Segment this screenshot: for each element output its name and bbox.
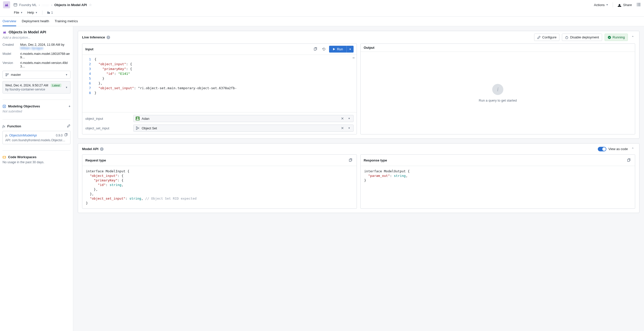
edit-function-button[interactable]	[67, 124, 70, 128]
scissors-icon	[136, 126, 140, 130]
reset-icon[interactable]	[320, 46, 327, 53]
list-menu-icon[interactable]	[636, 2, 641, 8]
function-api-path: API: com.foundryfrontend.models.ObjectsI…	[5, 138, 68, 142]
sidebar: Objects in Model API Add a description..…	[0, 26, 73, 331]
add-objective-button[interactable]: +	[68, 104, 70, 108]
actions-button[interactable]: Actions ▼	[594, 3, 608, 7]
param-label: object_set_input	[85, 126, 133, 130]
running-badge: Running	[605, 34, 628, 41]
share-button[interactable]: Share	[617, 3, 632, 7]
breadcrumb-separator: ›	[51, 3, 52, 7]
tab-deployment-health[interactable]: Deployment health	[22, 17, 49, 26]
chevron-down-icon[interactable]: ▼	[347, 127, 351, 129]
svg-rect-8	[47, 11, 48, 14]
help-menu[interactable]: Help▼	[27, 11, 38, 14]
svg-point-14	[4, 106, 5, 107]
modeling-objectives-section: Modeling Objectives + Not submitted	[3, 100, 70, 113]
content-area: Live Inference i Configure Disable deplo…	[73, 26, 644, 331]
card-title: Model API i	[82, 147, 104, 151]
svg-point-12	[8, 73, 9, 74]
chevron-down-icon[interactable]: ▼	[347, 117, 351, 120]
code-editor[interactable]: — 12345678 { "object_input": { "primaryK…	[82, 55, 357, 112]
output-empty-state: i Run a query to get started	[361, 52, 635, 134]
latest-badge: Latest	[51, 84, 61, 87]
model-icon	[3, 30, 7, 34]
favorite-star-icon[interactable]: ☆	[89, 3, 92, 7]
collapse-icon[interactable]: ⌃	[630, 34, 635, 40]
svg-point-4	[637, 4, 638, 5]
svg-rect-26	[349, 159, 351, 161]
svg-point-23	[137, 117, 138, 119]
model-label: Model	[3, 52, 20, 56]
input-panel: Input Run	[82, 43, 357, 134]
response-code[interactable]: interface ModelOutput { "param_out": str…	[361, 166, 635, 186]
view-as-code-label: View as code	[608, 147, 628, 151]
breadcrumb-middle[interactable]: ········	[42, 3, 49, 7]
run-button[interactable]: Run	[329, 46, 346, 53]
run-options-button[interactable]: ▼	[346, 46, 354, 53]
info-icon[interactable]: i	[107, 36, 110, 39]
svg-point-24	[136, 127, 137, 128]
disable-deployment-button[interactable]: Disable deployment	[562, 34, 602, 41]
version-author: by foundry-container-service	[5, 88, 65, 91]
org-count[interactable]: 1	[47, 11, 53, 14]
breadcrumb-root[interactable]: Foundry ML	[19, 3, 37, 7]
copy-icon[interactable]	[312, 46, 318, 53]
tab-training-metrics[interactable]: Training metrics	[55, 17, 78, 26]
model-api-card: Model API i View as code ⌃ Request type	[78, 143, 639, 213]
svg-rect-7	[638, 6, 640, 6]
function-icon: fx	[3, 124, 5, 128]
divider	[42, 11, 42, 15]
output-title: Output	[364, 46, 632, 50]
copy-icon[interactable]	[64, 133, 68, 137]
section-title: Code Workspaces	[8, 155, 36, 159]
created-value: Mon, Dec 2, 2024, 11:08 AM by William Sp…	[20, 43, 70, 50]
info-icon: i	[492, 84, 503, 95]
response-type-panel: Response type interface ModelOutput { "p…	[360, 154, 635, 209]
configure-button[interactable]: Configure	[534, 34, 559, 41]
collapse-icon[interactable]: ⌃	[630, 146, 635, 152]
copy-icon[interactable]	[347, 157, 354, 163]
request-code[interactable]: interface ModelInput { "object_input": {…	[82, 166, 357, 208]
clear-icon[interactable]: ✕	[340, 126, 345, 130]
param-label: object_input	[85, 117, 133, 121]
section-title: Modeling Objectives	[8, 104, 40, 108]
breadcrumb-current: Objects in Model API	[54, 3, 87, 7]
copy-icon[interactable]	[625, 157, 632, 163]
svg-rect-27	[627, 159, 629, 161]
info-icon[interactable]: i	[100, 147, 104, 151]
input-params: object_input Adan ✕ ▼ object_set_input	[82, 112, 357, 134]
collapse-code-icon[interactable]: —	[353, 56, 355, 60]
response-title: Response type	[364, 158, 625, 162]
live-inference-card: Live Inference i Configure Disable deplo…	[78, 31, 639, 139]
function-section: fx Function fx ObjectsInModelApi 0.9.0 A…	[3, 119, 70, 144]
clear-icon[interactable]: ✕	[340, 116, 345, 121]
version-select[interactable]: Wed, Dec 4, 2024, 9:50:27 AM Latest by f…	[3, 81, 70, 93]
target-icon	[3, 105, 6, 108]
app-icon[interactable]	[3, 1, 10, 8]
header: Foundry ML › ········ › Objects in Model…	[0, 0, 644, 10]
code-content[interactable]: { "object_input": { "primaryKey": { "id"…	[94, 57, 357, 110]
file-menu[interactable]: File▼	[14, 11, 23, 14]
function-version: 0.9.0	[56, 134, 63, 137]
output-empty-text: Run a query to get started	[479, 99, 517, 102]
function-card[interactable]: fx ObjectsInModelApi 0.9.0 API: com.foun…	[3, 131, 70, 144]
chevron-down-icon: ▼	[65, 86, 68, 89]
object-set-input-select[interactable]: Object Set ✕ ▼	[133, 125, 354, 132]
description-placeholder[interactable]: Add a description...	[3, 36, 70, 39]
content-tabs: Overview Deployment health Training metr…	[0, 17, 644, 26]
svg-point-10	[6, 73, 7, 74]
branch-icon	[5, 73, 9, 77]
svg-rect-15	[65, 134, 67, 136]
output-panel: Output i Run a query to get started	[360, 43, 635, 134]
tab-overview[interactable]: Overview	[3, 17, 16, 26]
branch-select[interactable]: master ▼	[3, 71, 70, 79]
svg-point-20	[608, 36, 611, 39]
divider	[613, 2, 613, 7]
function-name[interactable]: ObjectsInModelApi	[9, 133, 54, 137]
object-input-select[interactable]: Adan ✕ ▼	[133, 115, 354, 122]
line-gutter: 12345678	[82, 57, 94, 110]
view-as-code-toggle[interactable]	[598, 147, 606, 151]
version-time: Wed, Dec 4, 2024, 9:50:27 AM	[5, 84, 48, 87]
svg-rect-17	[3, 156, 6, 158]
